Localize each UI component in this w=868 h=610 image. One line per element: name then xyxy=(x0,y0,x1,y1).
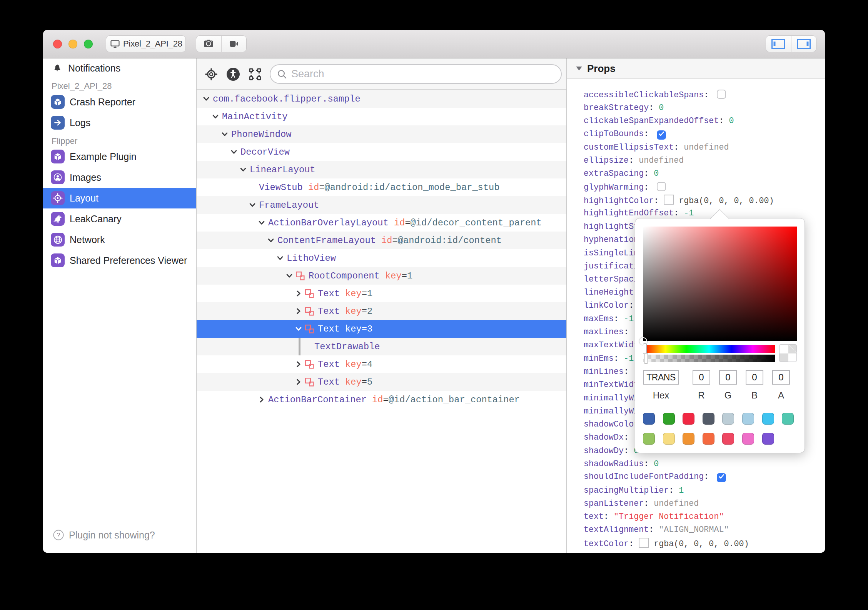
svg-text:?: ? xyxy=(57,532,60,538)
